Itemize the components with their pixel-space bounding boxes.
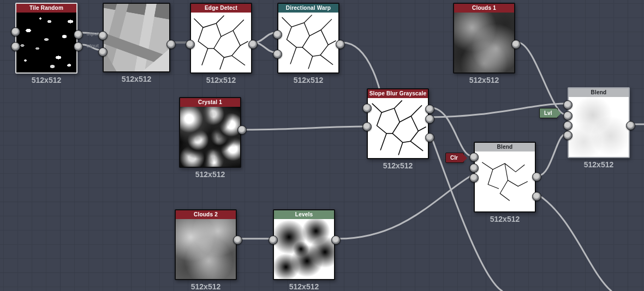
node-slope-blur-grayscale[interactable]: Slope Blur Grayscale 512x512 — [367, 88, 429, 170]
node-graph-canvas[interactable]: Tile Random 512x512 utput utput 512x512 … — [0, 0, 644, 291]
node-title: Edge Detect — [191, 4, 251, 13]
node-resolution: 512x512 — [469, 76, 499, 84]
node-resolution: 512x512 — [191, 282, 221, 291]
node-title: Blend — [475, 143, 535, 151]
node-title: Tile Random — [16, 4, 76, 13]
output-port[interactable] — [248, 40, 258, 49]
output-port[interactable] — [233, 235, 242, 245]
input-port[interactable] — [563, 100, 573, 110]
node-resolution: 512x512 — [490, 215, 520, 223]
input-port[interactable] — [269, 235, 278, 245]
badge-label: Lvl — [544, 110, 552, 116]
node-thumbnail — [475, 151, 535, 211]
badge-label: Clr — [450, 155, 458, 161]
node-edge-detect[interactable]: Edge Detect 512x512 — [190, 3, 252, 84]
node-title: Blend — [569, 88, 629, 97]
input-port[interactable] — [362, 122, 372, 131]
node-clouds-2[interactable]: Clouds 2 512x512 — [175, 209, 237, 291]
node-thumbnail — [180, 107, 240, 167]
node-title: Crystal 1 — [180, 98, 240, 107]
output-port[interactable] — [425, 133, 434, 142]
badge-lvl[interactable]: Lvl — [539, 108, 558, 118]
node-title: Directional Warp — [278, 4, 338, 13]
input-port[interactable] — [563, 111, 573, 120]
input-port[interactable] — [273, 30, 282, 39]
node-directional-warp[interactable]: Directional Warp 512x512 — [277, 3, 339, 84]
input-port[interactable] — [563, 121, 573, 130]
node-thumbnail — [278, 13, 338, 72]
output-port[interactable] — [336, 40, 345, 49]
input-port[interactable] — [469, 163, 479, 173]
node-thumbnail — [368, 98, 428, 158]
node-thumbnail — [274, 219, 334, 279]
input-port[interactable] — [563, 131, 573, 140]
output-port[interactable] — [425, 105, 434, 114]
output-port[interactable] — [626, 121, 635, 130]
input-port[interactable] — [98, 31, 108, 40]
node-title: Slope Blur Grayscale — [368, 89, 428, 98]
output-port[interactable] — [532, 192, 541, 201]
input-port[interactable] — [11, 42, 20, 51]
output-port[interactable] — [166, 40, 176, 49]
badge-clr[interactable]: Clr — [445, 153, 464, 163]
node-clouds-1[interactable]: Clouds 1 512x512 — [453, 3, 515, 84]
node-title: Clouds 2 — [176, 210, 236, 219]
node-resolution: 512x512 — [294, 76, 324, 84]
output-port[interactable] — [237, 125, 247, 135]
node-resolution: 512x512 — [383, 161, 413, 170]
node-levels[interactable]: Levels 512x512 — [273, 209, 335, 291]
node-blend-2[interactable]: Blend 512x512 — [568, 87, 630, 169]
node-crystal-1[interactable]: Crystal 1 512x512 — [179, 97, 241, 179]
output-port[interactable] — [331, 235, 341, 245]
port-label: utput — [87, 43, 99, 48]
node-resolution: 512x512 — [32, 76, 62, 84]
node-thumbnail — [569, 97, 629, 157]
node-thumbnail — [104, 4, 169, 71]
input-port[interactable] — [469, 153, 479, 162]
input-port[interactable] — [362, 104, 372, 113]
node-resolution: 512x512 — [206, 76, 236, 84]
node-resolution: 512x512 — [584, 160, 614, 169]
node-thumbnail — [176, 219, 236, 279]
output-port[interactable] — [74, 30, 83, 39]
node-title: Levels — [274, 210, 334, 219]
node-unnamed[interactable]: 512x512 — [103, 3, 170, 83]
node-thumbnail — [191, 13, 251, 72]
node-tile-random[interactable]: Tile Random 512x512 utput utput — [15, 3, 77, 84]
node-blend-1[interactable]: Blend 512x512 — [474, 142, 536, 223]
output-port[interactable] — [425, 114, 434, 124]
input-port[interactable] — [469, 173, 479, 183]
output-port[interactable] — [532, 172, 541, 181]
node-resolution: 512x512 — [122, 75, 152, 83]
output-port[interactable] — [511, 40, 521, 49]
input-port[interactable] — [273, 50, 282, 59]
input-port[interactable] — [98, 47, 108, 57]
node-resolution: 512x512 — [289, 282, 319, 291]
node-title: Clouds 1 — [454, 4, 514, 13]
output-port[interactable] — [74, 42, 83, 51]
input-port[interactable] — [11, 27, 20, 37]
port-label: utput — [87, 31, 99, 37]
input-port[interactable] — [186, 40, 195, 49]
node-thumbnail — [454, 13, 514, 72]
node-thumbnail — [16, 13, 76, 72]
node-resolution: 512x512 — [195, 170, 225, 179]
